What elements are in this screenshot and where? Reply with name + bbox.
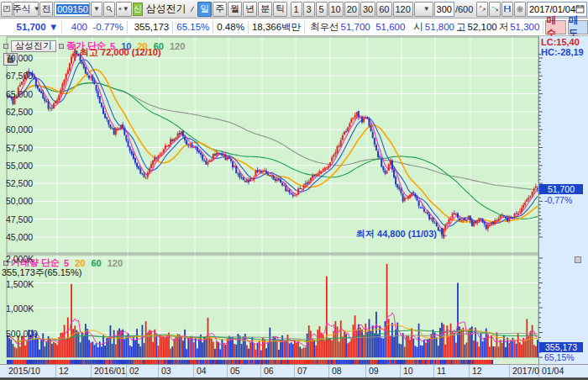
interval-button-3[interactable]: 3 <box>303 2 315 17</box>
price-axis-label: 65,000 <box>6 89 33 99</box>
crosshair-icon <box>491 4 498 13</box>
pencil-icon[interactable] <box>190 4 195 14</box>
x-axis-separator <box>91 365 92 378</box>
x-axis-separator <box>158 365 159 378</box>
x-axis-label: 03 <box>161 366 171 376</box>
x-axis-label: 08 <box>332 366 342 376</box>
chart-symbol-button[interactable]: 삼성전기 <box>11 40 56 52</box>
x-axis-separator <box>365 365 366 378</box>
current-price-badge: 51,700 <box>539 184 583 194</box>
turnover-pct: 0.48% <box>213 21 249 34</box>
volume-axis-label: 500,000 <box>6 329 38 339</box>
price-axis-label: 60,000 <box>6 124 33 135</box>
low-annotation: 최저 44,800 (11/03) → <box>356 228 449 240</box>
chevron-down-icon: ▼ <box>123 5 129 13</box>
x-axis-separator <box>328 365 329 378</box>
price-axis-label: 50,000 <box>6 196 33 206</box>
interval-button-5[interactable]: 5 <box>316 2 328 17</box>
x-axis-label: 11 <box>437 366 446 376</box>
all-button[interactable]: 전 <box>39 2 53 17</box>
quote-bar: 51,700 ▼ 400 -0.77% 355,173 65.15% 0.48%… <box>0 18 588 36</box>
current-volume-pct: 65,15% <box>544 352 575 362</box>
x-axis-separator <box>433 365 434 378</box>
x-axis-label: 2016/01 <box>94 366 126 376</box>
interval-button-30[interactable]: 30 <box>360 2 375 17</box>
ma-period-label: 120 <box>170 41 185 51</box>
interval-button-120[interactable]: 120 <box>393 2 413 17</box>
current-price-pct: -0,77% <box>544 195 572 205</box>
price-axis-label: 67,500 <box>6 71 33 81</box>
interval-buttons: 13510203060120 <box>291 2 413 17</box>
best-quote: 최우선51,700 51,600 <box>305 21 408 34</box>
period-tab-분[interactable]: 분 <box>258 2 272 17</box>
compare-chart-icon <box>479 4 486 13</box>
compare-button[interactable] <box>476 2 488 17</box>
x-axis-label: 2015/10 <box>8 366 40 376</box>
x-axis-separator <box>294 365 295 378</box>
candlestick-chart[interactable] <box>0 36 588 380</box>
x-axis-separator <box>227 365 228 378</box>
x-axis-separator <box>400 365 401 378</box>
price-change: 400 -0.77% <box>62 21 128 34</box>
current-volume-badge: 355,173 <box>539 342 583 352</box>
price-axis-label: 57,500 <box>6 143 33 153</box>
period-tab-일[interactable]: 일 <box>197 2 212 17</box>
volume-summary: 355,173주(65.15%) <box>2 267 81 279</box>
down-arrow-icon: ▼ <box>49 22 58 32</box>
save-button[interactable] <box>501 2 513 17</box>
ma-toggle-checkbox[interactable] <box>59 44 64 49</box>
price-axis-label: 45,000 <box>6 232 33 242</box>
interval-button-20[interactable]: 20 <box>344 2 360 17</box>
asset-type-select[interactable]: 주식 ▼ <box>13 2 39 17</box>
sell-button[interactable]: 매도 <box>568 20 588 34</box>
trade-value: 18,366백만 <box>249 21 305 34</box>
x-axis-strip: 2015/10122016/01020304050607080910111220… <box>0 364 588 377</box>
x-axis-label: 09 <box>369 366 379 376</box>
period-tab-년[interactable]: 년 <box>243 2 257 17</box>
x-axis-label: 05 <box>230 366 240 376</box>
chevron-down-icon: ▼ <box>423 5 430 13</box>
price-axis-label: 70,000 <box>6 53 33 63</box>
interval-button-1[interactable]: 1 <box>291 2 302 17</box>
buy-button[interactable]: 매수 <box>545 20 565 34</box>
code-dropdown-button[interactable]: ▼ <box>91 2 102 17</box>
volume-axis-label: 2,000K <box>6 254 34 264</box>
period-tab-주[interactable]: 주 <box>213 2 227 17</box>
search-button[interactable] <box>103 2 115 17</box>
empty-select[interactable]: ▼ <box>414 2 433 17</box>
symbol-toggle-checkbox[interactable] <box>3 44 8 49</box>
period-tab-틱[interactable]: 틱 <box>273 2 287 17</box>
x-axis-separator <box>260 365 261 378</box>
x-axis-separator <box>193 365 194 378</box>
price-axis-label: 62,500 <box>6 107 33 117</box>
stock-name-label: 삼성전기 <box>144 2 189 16</box>
crosshair-button[interactable] <box>489 2 501 17</box>
high-annotation: ←최고 72,000 (12/10) <box>71 46 161 59</box>
x-axis-label: 04 <box>197 366 207 376</box>
price-axis-label: 55,000 <box>6 161 33 171</box>
bar-count-input[interactable]: 300 <box>434 2 454 17</box>
x-axis-separator <box>509 365 510 378</box>
price-axis-label: 52,500 <box>6 178 33 188</box>
interval-button-10[interactable]: 10 <box>328 2 344 17</box>
chart-area[interactable]: 삼성전기 종가 단순5102060120 ▦ LC:15,40 HC:-28,1… <box>0 36 588 380</box>
period-tab-월[interactable]: 월 <box>228 2 242 17</box>
gear-icon <box>517 4 523 14</box>
window-menu-icon[interactable] <box>1 2 13 17</box>
stock-code-input[interactable]: 009150 <box>54 2 90 17</box>
x-axis-label: 07 <box>297 366 307 376</box>
settings-button[interactable] <box>514 2 526 17</box>
volume-axis-label: 1,000K <box>6 303 34 314</box>
interval-button-60[interactable]: 60 <box>376 2 391 17</box>
main-toolbar: 주식 ▼ 전 009150 ▼ ▼ 신 삼성전기 일주월년분틱 13510203… <box>0 0 588 18</box>
x-axis-label: 01/04 <box>542 366 564 376</box>
price-axis-label: 47,500 <box>6 214 33 224</box>
sound-button[interactable]: ▼ <box>116 2 132 17</box>
calendar-icon[interactable] <box>575 4 585 13</box>
bar-total-label: /600 <box>455 4 473 14</box>
volume-ratio: 65.15% <box>173 21 213 34</box>
volume-axis-settings-icon[interactable] <box>575 256 581 263</box>
volume-axis-label: 1,500K <box>6 279 34 289</box>
ma-period-label: 60 <box>91 258 101 268</box>
volume-value: 355,173 <box>128 21 173 34</box>
